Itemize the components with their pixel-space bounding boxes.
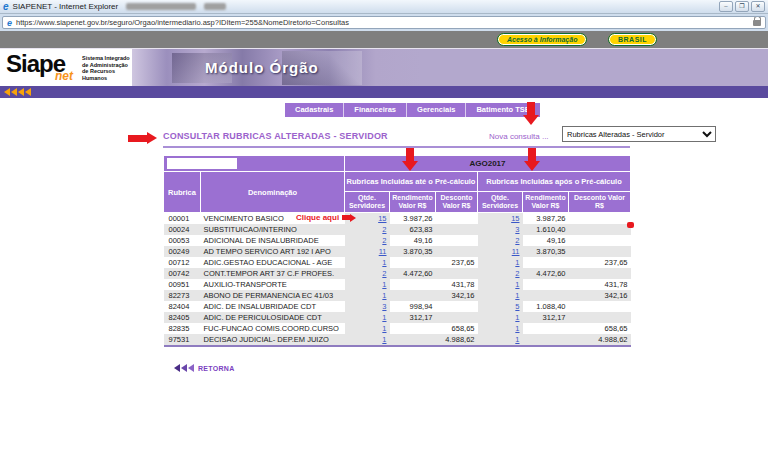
- annotation-clique-aqui: Clique aqui: [296, 212, 356, 223]
- qtde-servidores-link[interactable]: 15: [511, 214, 519, 223]
- cell-qtde-apos: 5: [478, 301, 523, 312]
- ie-page-icon: e: [7, 18, 12, 28]
- cell-rendimento-ate: 312,17: [390, 312, 436, 323]
- tab-financeiras[interactable]: Financeiras: [344, 103, 407, 117]
- cell-qtde-apos: 1: [478, 312, 523, 323]
- cell-qtde-apos: 3: [478, 224, 523, 235]
- main-content: Cadastrais Financeiras Gerenciais Batime…: [0, 98, 768, 456]
- cell-qtde-ate: 1: [345, 334, 390, 346]
- cell-desconto-ate: [436, 246, 478, 257]
- qtde-servidores-link[interactable]: 3: [382, 302, 386, 311]
- cell-rendimento-apos: [523, 334, 569, 346]
- qtde-servidores-link[interactable]: 2: [515, 236, 519, 245]
- qtde-servidores-link[interactable]: 1: [382, 258, 386, 267]
- back-arrow-icon: [4, 88, 10, 96]
- cell-qtde-ate: 3: [345, 301, 390, 312]
- nova-consulta-label: Nova consulta ...: [489, 132, 549, 141]
- cell-rendimento-ate: [390, 257, 436, 268]
- qtde-servidores-link[interactable]: 1: [515, 324, 519, 333]
- cell-rendimento-ate: 4.472,60: [390, 268, 436, 279]
- annotation-arrow-title: [128, 132, 157, 144]
- url-input[interactable]: e https://www.siapenet.gov.br/seguro/Org…: [2, 16, 766, 29]
- col-header-rendimento-apos: Rendimento Valor R$: [523, 192, 569, 213]
- cell-name: SUBSTITUICAO/INTERINO: [201, 224, 345, 235]
- cell-name: ADIC.GESTAO EDUCACIONAL - AGE: [201, 257, 345, 268]
- qtde-servidores-link[interactable]: 15: [378, 214, 386, 223]
- cell-rendimento-apos: 4.472,60: [523, 268, 569, 279]
- cell-code: 00951: [164, 279, 201, 290]
- period-header: AGO2017: [345, 156, 631, 172]
- qtde-servidores-link[interactable]: 2: [382, 236, 386, 245]
- cell-desconto-apos: 658,65: [569, 323, 631, 334]
- address-bar: e https://www.siapenet.gov.br/seguro/Org…: [0, 14, 768, 31]
- qtde-servidores-link[interactable]: 1: [515, 291, 519, 300]
- table-row: 00951AUXILIO-TRANSPORTE1431,781431,78: [164, 279, 631, 290]
- qtde-servidores-link[interactable]: 1: [515, 313, 519, 322]
- cell-rendimento-apos: 1.088,40: [523, 301, 569, 312]
- cell-qtde-ate: 11: [345, 246, 390, 257]
- back-arrow-icon: [25, 88, 31, 96]
- table-row: 97531DECISAO JUDICIAL- DEP.EM JUIZO14.98…: [164, 334, 631, 346]
- close-button[interactable]: ✕: [751, 1, 765, 12]
- qtde-servidores-link[interactable]: 2: [515, 269, 519, 278]
- retorna-link[interactable]: RETORNA: [174, 364, 235, 372]
- col-header-denominacao: Denominação: [201, 172, 345, 213]
- qtde-servidores-link[interactable]: 1: [515, 280, 519, 289]
- cell-qtde-apos: 1: [478, 290, 523, 301]
- qtde-servidores-link[interactable]: 1: [382, 291, 386, 300]
- qtde-servidores-link[interactable]: 1: [382, 335, 386, 344]
- maximize-button[interactable]: ❐: [735, 1, 749, 12]
- qtde-servidores-link[interactable]: 11: [512, 247, 520, 256]
- qtde-servidores-link[interactable]: 1: [515, 258, 519, 267]
- ie-icon: e: [3, 2, 9, 12]
- acesso-informacao-button[interactable]: Acesso à Informação: [497, 33, 587, 46]
- qtde-servidores-link[interactable]: 1: [382, 313, 386, 322]
- siapenet-logo: Siape net Sistema Integrado de Administr…: [0, 49, 132, 87]
- back-arrow-icon: [18, 88, 24, 96]
- purple-bar: [0, 86, 768, 98]
- cell-rendimento-apos: [523, 290, 569, 301]
- cell-rendimento-ate: [390, 290, 436, 301]
- logo-caption: Sistema Integrado de Administração de Re…: [82, 55, 132, 81]
- cell-desconto-apos: [569, 246, 631, 257]
- cell-code: 00024: [164, 224, 201, 235]
- cell-desconto-apos: [569, 224, 631, 235]
- logo-net-text: net: [55, 69, 73, 83]
- cell-desconto-ate: [436, 213, 478, 225]
- qtde-servidores-link[interactable]: 11: [379, 247, 387, 256]
- cell-qtde-ate: 2: [345, 268, 390, 279]
- redacted-text-blur: [126, 3, 196, 10]
- cell-rendimento-apos: 1.610,40: [523, 224, 569, 235]
- cell-desconto-ate: 237,65: [436, 257, 478, 268]
- period-input[interactable]: [167, 158, 237, 169]
- qtde-servidores-link[interactable]: 2: [382, 269, 386, 278]
- cell-name: ADIC. DE INSALUBRIDADE CDT: [201, 301, 345, 312]
- table-row: 00024SUBSTITUICAO/INTERINO2623,8331.610,…: [164, 224, 631, 235]
- qtde-servidores-link[interactable]: 3: [515, 225, 519, 234]
- retorna-label: RETORNA: [198, 365, 235, 372]
- qtde-servidores-link[interactable]: 2: [382, 225, 386, 234]
- qtde-servidores-link[interactable]: 5: [515, 302, 519, 311]
- cell-qtde-apos: 1: [478, 334, 523, 346]
- cell-rendimento-ate: 49,16: [390, 235, 436, 246]
- qtde-servidores-link[interactable]: 1: [382, 280, 386, 289]
- qtde-servidores-link[interactable]: 1: [515, 335, 519, 344]
- qtde-servidores-link[interactable]: 1: [382, 324, 386, 333]
- cell-code: 00053: [164, 235, 201, 246]
- cell-desconto-ate: 658,65: [436, 323, 478, 334]
- cell-desconto-ate: 431,78: [436, 279, 478, 290]
- gov-band: Acesso à Informação BRASIL: [0, 31, 768, 48]
- query-select[interactable]: Rubricas Alteradas - Servidor: [562, 126, 716, 142]
- cell-desconto-ate: [436, 235, 478, 246]
- tab-cadastrais[interactable]: Cadastrais: [285, 103, 344, 117]
- table-row: 82273ABONO DE PERMANENCIA EC 41/031342,1…: [164, 290, 631, 301]
- site-header: Siape net Sistema Integrado de Administr…: [0, 48, 768, 86]
- cell-code: 00712: [164, 257, 201, 268]
- minimize-button[interactable]: –: [719, 1, 733, 12]
- window-title: SIAPENET - Internet Explorer: [13, 2, 119, 11]
- table-row: 00712ADIC.GESTAO EDUCACIONAL - AGE1237,6…: [164, 257, 631, 268]
- tab-gerenciais[interactable]: Gerenciais: [407, 103, 466, 117]
- brasil-button[interactable]: BRASIL: [608, 33, 657, 46]
- back-arrow-icon: [11, 88, 17, 96]
- module-title: Módulo Órgão: [205, 59, 319, 76]
